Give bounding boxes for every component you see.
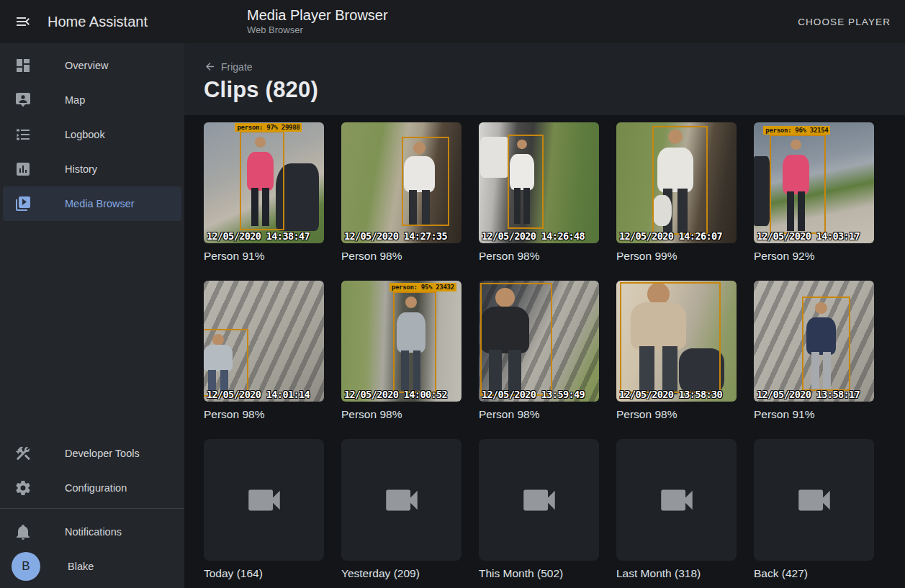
clip-timestamp-overlay: 12/05/2020 14:26:07 xyxy=(619,230,722,242)
video-camera-icon xyxy=(793,479,835,521)
detection-bounding-box xyxy=(480,283,552,395)
detection-bounding-box xyxy=(393,291,436,393)
clip-card[interactable]: 12/05/2020 14:26:48 Person 98% xyxy=(479,122,599,263)
folder-caption: Back (427) xyxy=(754,567,874,580)
sidebar-item-developer-tools[interactable]: Developer Tools xyxy=(3,436,181,471)
folder-card[interactable]: Back (427) xyxy=(754,439,874,580)
detection-score-chip: person: 95% 23432 xyxy=(390,283,456,291)
clip-caption: Person 91% xyxy=(204,250,324,263)
media-browser-icon xyxy=(14,195,32,212)
clip-timestamp-overlay: 12/05/2020 13:58:17 xyxy=(757,389,860,400)
clips-grid: person: 97% 29988 12/05/2020 14:38:47 Pe… xyxy=(184,115,905,580)
clip-caption: Person 98% xyxy=(479,408,599,421)
media-grid-scroll-area[interactable]: person: 97% 29988 12/05/2020 14:38:47 Pe… xyxy=(184,115,905,588)
clip-timestamp-overlay: 12/05/2020 14:38:47 xyxy=(207,230,310,242)
folder-card[interactable]: Yesterday (209) xyxy=(341,439,461,580)
app-title: Home Assistant xyxy=(48,14,148,30)
sidebar-item-label: Configuration xyxy=(65,482,127,494)
sidebar-item-label: History xyxy=(65,163,97,175)
detection-bounding-box xyxy=(652,126,708,235)
scene-object xyxy=(480,137,509,178)
sidebar-item-map[interactable]: Map xyxy=(3,83,181,117)
clip-thumbnail: 12/05/2020 14:01:14 xyxy=(204,281,324,402)
clip-card[interactable]: 12/05/2020 14:27:35 Person 98% xyxy=(341,122,461,263)
choose-player-button[interactable]: CHOOSE PLAYER xyxy=(792,9,896,35)
sidebar-item-label: Developer Tools xyxy=(65,448,140,459)
clip-caption: Person 98% xyxy=(479,250,599,263)
clip-timestamp-overlay: 12/05/2020 14:03:17 xyxy=(757,230,860,242)
page-title-block: Media Player Browser Web Browser xyxy=(247,7,388,36)
sidebar-item-media-browser[interactable]: Media Browser xyxy=(3,186,181,221)
folder-thumbnail xyxy=(616,439,737,561)
clip-thumbnail: person: 97% 29988 12/05/2020 14:38:47 xyxy=(204,122,324,243)
dashboard-icon xyxy=(14,57,32,74)
clip-thumbnail: 12/05/2020 13:59:49 xyxy=(479,281,599,402)
top-app-bar: Home Assistant Media Player Browser Web … xyxy=(0,0,905,43)
clip-card[interactable]: 12/05/2020 13:58:30 Person 98% xyxy=(616,281,737,421)
detection-bounding-box xyxy=(770,135,826,234)
detection-bounding-box xyxy=(240,131,284,230)
detection-bounding-box xyxy=(402,137,450,226)
clip-timestamp-overlay: 12/05/2020 14:26:48 xyxy=(482,230,585,242)
sidebar-spacer xyxy=(0,221,184,436)
sidebar-item-user-profile[interactable]: B Blake xyxy=(3,549,181,584)
detection-score-chip: person: 96% 32154 xyxy=(763,126,830,135)
clips-page-title: Clips (820) xyxy=(204,77,905,103)
sidebar-item-label: Overview xyxy=(65,60,108,71)
breadcrumb-back-frigate[interactable]: Frigate xyxy=(204,60,905,73)
media-browser-header: Frigate Clips (820) xyxy=(184,43,905,115)
clip-card[interactable]: person: 97% 29988 12/05/2020 14:38:47 Pe… xyxy=(204,122,324,263)
clip-thumbnail: 12/05/2020 13:58:17 xyxy=(754,281,874,402)
menu-open-icon[interactable] xyxy=(7,6,39,37)
folder-card[interactable]: This Month (502) xyxy=(479,439,599,580)
sidebar-divider xyxy=(0,508,184,509)
clip-card[interactable]: 12/05/2020 14:26:07 Person 99% xyxy=(616,122,737,263)
detection-bounding-box xyxy=(508,135,544,229)
clip-timestamp-overlay: 12/05/2020 14:00:52 xyxy=(344,389,447,400)
folder-thumbnail xyxy=(341,439,461,561)
clip-caption: Person 98% xyxy=(204,408,324,421)
hammer-icon xyxy=(14,445,32,462)
clip-card[interactable]: 12/05/2020 13:58:17 Person 91% xyxy=(754,281,874,421)
sidebar-item-label: Notifications xyxy=(65,526,122,538)
folder-card[interactable]: Last Month (318) xyxy=(616,439,737,580)
folder-caption: Today (164) xyxy=(204,567,324,580)
clip-timestamp-overlay: 12/05/2020 13:58:30 xyxy=(619,389,722,400)
folder-caption: Yesterday (209) xyxy=(341,567,461,580)
topbar-left: Home Assistant xyxy=(0,6,184,37)
folder-caption: This Month (502) xyxy=(479,567,599,580)
video-camera-icon xyxy=(243,479,285,521)
sidebar-item-history[interactable]: History xyxy=(3,152,181,186)
page-subtitle: Web Browser xyxy=(247,25,388,36)
folder-thumbnail xyxy=(479,439,599,561)
clip-thumbnail: person: 95% 23432 12/05/2020 14:00:52 xyxy=(341,281,461,402)
clip-card[interactable]: 12/05/2020 13:59:49 Person 98% xyxy=(479,281,599,421)
folder-thumbnail xyxy=(204,439,324,561)
sidebar-item-notifications[interactable]: Notifications xyxy=(3,515,181,549)
clip-card[interactable]: person: 95% 23432 12/05/2020 14:00:52 Pe… xyxy=(341,281,461,421)
breadcrumb-label: Frigate xyxy=(221,61,253,73)
avatar: B xyxy=(12,552,40,581)
map-account-icon xyxy=(14,91,32,109)
page-title: Media Player Browser xyxy=(247,7,388,24)
folder-card[interactable]: Today (164) xyxy=(204,439,324,580)
back-arrow-icon xyxy=(204,60,216,73)
gear-icon xyxy=(14,479,32,497)
sidebar-item-overview[interactable]: Overview xyxy=(3,48,181,83)
scene-object xyxy=(754,156,770,226)
sidebar-item-configuration[interactable]: Configuration xyxy=(3,471,181,505)
clip-caption: Person 91% xyxy=(754,408,874,421)
sidebar-user-name: Blake xyxy=(68,561,94,572)
folder-thumbnail xyxy=(754,439,874,561)
sidebar-item-logbook[interactable]: Logbook xyxy=(3,117,181,152)
clip-thumbnail: 12/05/2020 13:58:30 xyxy=(616,281,737,402)
clip-thumbnail: person: 96% 32154 12/05/2020 14:03:17 xyxy=(754,122,874,243)
clip-thumbnail: 12/05/2020 14:27:35 xyxy=(341,122,461,243)
clip-caption: Person 98% xyxy=(341,250,461,263)
clip-timestamp-overlay: 12/05/2020 14:01:14 xyxy=(207,389,310,400)
clip-card[interactable]: person: 96% 32154 12/05/2020 14:03:17 Pe… xyxy=(754,122,874,263)
clip-card[interactable]: 12/05/2020 14:01:14 Person 98% xyxy=(204,281,324,421)
sidebar-item-label: Map xyxy=(65,94,85,106)
clip-thumbnail: 12/05/2020 14:26:48 xyxy=(479,122,599,243)
history-chart-icon xyxy=(14,160,32,178)
